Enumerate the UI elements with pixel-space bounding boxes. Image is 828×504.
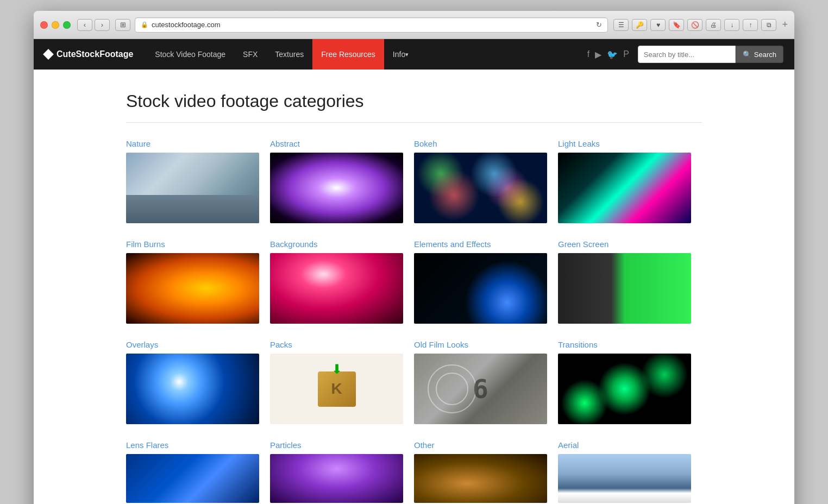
- tab-view-button[interactable]: ⊞: [115, 19, 130, 31]
- close-button[interactable]: [40, 21, 48, 29]
- category-label-packs[interactable]: Packs: [270, 340, 403, 349]
- nav-link-stock-video[interactable]: Stock Video Footage: [146, 39, 234, 70]
- category-thumb-nature[interactable]: [126, 153, 259, 223]
- category-thumb-abstract[interactable]: [270, 153, 403, 223]
- pinterest-icon[interactable]: P: [623, 49, 629, 59]
- category-item-old-film-looks: Old Film Looks 6: [414, 340, 558, 440]
- film-number: 6: [473, 374, 488, 404]
- category-item-lens-flares: Lens Flares: [126, 440, 270, 504]
- print-button[interactable]: 🖨: [706, 19, 721, 31]
- divider: [126, 122, 702, 123]
- new-tab-button[interactable]: +: [782, 19, 788, 30]
- category-label-particles[interactable]: Particles: [270, 440, 403, 450]
- adblock-button[interactable]: 🚫: [687, 19, 702, 31]
- nav-link-free-resources[interactable]: Free Resources: [312, 39, 384, 70]
- maximize-button[interactable]: [63, 21, 71, 29]
- back-button[interactable]: ‹: [77, 19, 92, 31]
- category-item-packs: Packs ⬇ K: [270, 340, 414, 440]
- category-item-aerial: Aerial: [558, 440, 702, 504]
- category-item-green-screen: Green Screen: [558, 240, 702, 340]
- twitter-icon[interactable]: 🐦: [607, 49, 618, 60]
- category-thumb-transitions[interactable]: [558, 354, 691, 424]
- search-button[interactable]: 🔍 Search: [736, 46, 783, 63]
- category-label-other[interactable]: Other: [414, 440, 547, 450]
- category-thumb-film-burns[interactable]: [126, 253, 259, 324]
- category-item-bokeh: Bokeh: [414, 139, 558, 240]
- category-thumb-other[interactable]: [414, 454, 547, 503]
- category-item-backgrounds: Backgrounds: [270, 240, 414, 340]
- category-label-green-screen[interactable]: Green Screen: [558, 240, 691, 249]
- category-label-elements-effects[interactable]: Elements and Effects: [414, 240, 547, 249]
- browser-body: CuteStockFootage Stock Video Footage SFX…: [34, 39, 794, 504]
- category-thumb-aerial[interactable]: [558, 454, 691, 503]
- site-logo[interactable]: CuteStockFootage: [45, 49, 133, 59]
- nav-link-textures[interactable]: Textures: [266, 39, 312, 70]
- facebook-icon[interactable]: f: [587, 49, 589, 59]
- category-thumb-overlays[interactable]: [126, 354, 259, 424]
- category-item-other: Other: [414, 440, 558, 504]
- forward-button[interactable]: ›: [95, 19, 110, 31]
- wallet-button[interactable]: ♥: [650, 19, 666, 31]
- category-label-old-film-looks[interactable]: Old Film Looks: [414, 340, 547, 349]
- browser-nav-buttons: ‹ ›: [77, 19, 110, 31]
- category-label-light-leaks[interactable]: Light Leaks: [558, 139, 691, 148]
- category-label-backgrounds[interactable]: Backgrounds: [270, 240, 403, 249]
- refresh-icon[interactable]: ↻: [596, 21, 602, 29]
- logo-text: CuteStockFootage: [57, 49, 133, 59]
- category-label-lens-flares[interactable]: Lens Flares: [126, 440, 259, 450]
- social-icons: f ▶ 🐦 P: [587, 49, 629, 60]
- category-label-aerial[interactable]: Aerial: [558, 440, 691, 450]
- pack-box-label: K: [331, 380, 342, 398]
- url-text: cutestockfootage.com: [152, 21, 220, 29]
- category-label-overlays[interactable]: Overlays: [126, 340, 259, 349]
- category-label-transitions[interactable]: Transitions: [558, 340, 691, 349]
- address-bar[interactable]: 🔒 cutestockfootage.com ↻: [135, 17, 608, 33]
- windows-button[interactable]: ⧉: [761, 19, 776, 31]
- category-thumb-particles[interactable]: [270, 454, 403, 503]
- category-thumb-backgrounds[interactable]: [270, 253, 403, 324]
- keychain-button[interactable]: 🔖: [669, 19, 684, 31]
- category-thumb-green-screen[interactable]: [558, 253, 691, 324]
- minimize-button[interactable]: [52, 21, 59, 29]
- film-circle-inner: [436, 373, 468, 405]
- browser-window: ‹ › ⊞ 🔒 cutestockfootage.com ↻ ☰ 🔑 ♥ 🔖 🚫…: [34, 11, 794, 504]
- category-label-film-burns[interactable]: Film Burns: [126, 240, 259, 249]
- categories-grid: Nature Abstract Bokeh Light Leaks: [126, 139, 702, 504]
- nav-link-sfx[interactable]: SFX: [234, 39, 266, 70]
- browser-controls-right: ☰ 🔑 ♥ 🔖 🚫 🖨 ↓ ↑ ⧉ +: [613, 19, 788, 31]
- traffic-lights: [40, 21, 71, 29]
- category-item-elements-effects: Elements and Effects: [414, 240, 558, 340]
- category-thumb-bokeh[interactable]: [414, 153, 547, 223]
- category-item-film-burns: Film Burns: [126, 240, 270, 340]
- logo-diamond-icon: [43, 49, 54, 60]
- search-area: 🔍 Search: [638, 46, 783, 63]
- category-thumb-old-film-looks[interactable]: 6: [414, 354, 547, 424]
- site-navbar: CuteStockFootage Stock Video Footage SFX…: [34, 39, 794, 70]
- category-item-abstract: Abstract: [270, 139, 414, 240]
- category-thumb-packs[interactable]: ⬇ K: [270, 354, 403, 424]
- category-item-nature: Nature: [126, 139, 270, 240]
- main-content: Stock video footage categories Nature Ab…: [115, 70, 713, 504]
- category-thumb-light-leaks[interactable]: [558, 153, 691, 223]
- rss-button[interactable]: ☰: [613, 19, 629, 31]
- category-item-overlays: Overlays: [126, 340, 270, 440]
- download-button[interactable]: ↓: [724, 19, 739, 31]
- category-label-abstract[interactable]: Abstract: [270, 139, 403, 148]
- share-button[interactable]: ↑: [743, 19, 758, 31]
- category-thumb-lens-flares[interactable]: [126, 454, 259, 503]
- category-thumb-elements-effects[interactable]: [414, 253, 547, 324]
- shield-button[interactable]: 🔑: [632, 19, 647, 31]
- category-label-bokeh[interactable]: Bokeh: [414, 139, 547, 148]
- youtube-icon[interactable]: ▶: [595, 49, 601, 60]
- category-label-nature[interactable]: Nature: [126, 139, 259, 148]
- pack-box-icon: ⬇ K: [318, 371, 356, 407]
- nav-link-info[interactable]: Info: [384, 39, 417, 70]
- category-item-light-leaks: Light Leaks: [558, 139, 702, 240]
- page-title: Stock video footage categories: [126, 91, 702, 111]
- lock-icon: 🔒: [141, 21, 148, 28]
- search-icon: 🔍: [743, 51, 751, 59]
- search-button-label: Search: [754, 51, 776, 59]
- search-input[interactable]: [638, 46, 736, 63]
- category-item-transitions: Transitions: [558, 340, 702, 440]
- browser-titlebar: ‹ › ⊞ 🔒 cutestockfootage.com ↻ ☰ 🔑 ♥ 🔖 🚫…: [34, 11, 794, 39]
